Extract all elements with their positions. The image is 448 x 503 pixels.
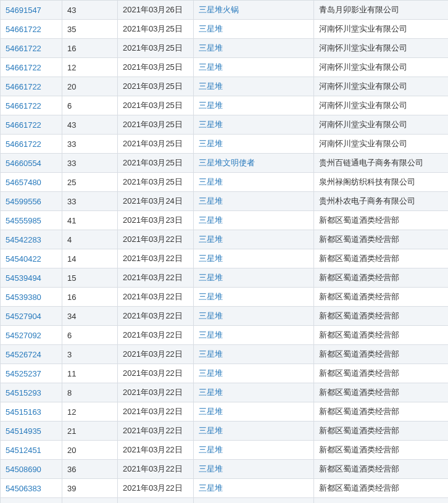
trademark-name-link[interactable]: 三星堆文明使者 [199,158,255,167]
registration-number-link[interactable]: 54661722 [6,44,41,53]
trademark-name-link[interactable]: 三星堆 [199,407,223,416]
trademark-name-link[interactable]: 三星堆火锅 [199,5,239,14]
registration-number-cell: 54508690 [1,460,62,479]
trademark-name-cell: 三星堆火锅 [194,1,314,20]
trademark-name-cell: 三星堆 [194,39,314,58]
registration-number-cell: 54539380 [1,288,62,307]
trademark-name-link[interactable]: 三星堆 [199,368,223,378]
registration-number-link[interactable]: 54555985 [6,216,41,225]
trademark-name-cell: 三星堆 [194,211,314,230]
trademark-name-link[interactable]: 三星堆 [199,483,223,493]
registration-number-link[interactable]: 54512451 [6,446,41,455]
trademark-name-link[interactable]: 三星堆 [199,196,223,206]
trademark-name-link[interactable]: 三星堆 [199,43,223,52]
registration-number-link[interactable]: 54661722 [6,120,41,130]
trademark-name-link[interactable]: 三星堆 [199,330,223,339]
registration-number-link[interactable]: 54515163 [6,407,41,417]
applicant-cell: 河南怀川堂实业有限公司 [314,77,449,96]
trademark-name-link[interactable]: 三星堆 [199,177,223,186]
trademark-name-link[interactable]: 三星堆 [199,273,223,282]
date-cell: 2021年03月25日 [118,96,194,115]
registration-number-cell: 54514935 [1,422,62,441]
trademark-name-link[interactable]: 三星堆 [199,62,223,72]
registration-number-cell: 54540422 [1,249,62,268]
applicant-cell: 新都区蜀道酒类经营部 [314,230,449,249]
class-cell: 39 [62,479,118,498]
registration-number-link[interactable]: 54525237 [6,369,41,378]
class-cell: 6 [62,326,118,345]
trademark-name-link[interactable]: 三星堆 [199,215,223,225]
table-row: 54661722332021年03月25日三星堆河南怀川堂实业有限公司 [1,135,449,154]
date-cell: 2021年03月22日 [118,307,194,326]
table-row: 54525237112021年03月22日三星堆新都区蜀道酒类经营部 [1,364,449,383]
registration-number-link[interactable]: 54661722 [6,101,41,110]
class-cell: 33 [62,192,118,211]
registration-number-link[interactable]: 54599556 [6,197,41,206]
trademark-name-link[interactable]: 三星堆 [199,139,223,148]
registration-number-cell: 54661722 [1,96,62,115]
registration-number-cell: 54542283 [1,230,62,249]
trademark-name-link[interactable]: 三星堆 [199,349,223,359]
trademark-name-link[interactable]: 三星堆 [199,311,223,320]
registration-number-link[interactable]: 54526724 [6,350,41,359]
registration-number-link[interactable]: 54514935 [6,426,41,436]
registration-number-link[interactable]: 54661722 [6,63,41,72]
date-cell: 2021年03月22日 [118,230,194,249]
registration-number-cell: 54515293 [1,383,62,402]
registration-number-link[interactable]: 54657480 [6,178,41,187]
trademark-name-link[interactable]: 三星堆 [199,24,223,33]
registration-number-link[interactable]: 54506383 [6,484,41,493]
table-row: 54661722352021年03月25日三星堆河南怀川堂实业有限公司 [1,20,449,39]
registration-number-link[interactable]: 54515293 [6,388,41,397]
trademark-name-link[interactable]: 三星堆 [199,388,223,397]
registration-number-link[interactable]: 54661722 [6,139,41,149]
trademark-name-link[interactable]: 三星堆 [199,235,223,244]
trademark-name-link[interactable]: 三星堆 [199,445,223,454]
trademark-name-link[interactable]: 三星堆 [199,426,223,435]
table-row: 54555985412021年03月23日三星堆新都区蜀道酒类经营部 [1,211,449,230]
trademark-name-link[interactable]: 三星堆 [199,292,223,301]
registration-number-link[interactable]: 54660554 [6,159,41,168]
class-cell: 43 [62,1,118,20]
date-cell: 2021年03月25日 [118,77,194,96]
table-row: 5452672432021年03月22日三星堆新都区蜀道酒类经营部 [1,345,449,364]
registration-number-link[interactable]: 54661722 [6,25,41,34]
registration-number-link[interactable]: 54661722 [6,82,41,91]
registration-number-link[interactable]: 54542283 [6,235,41,244]
trademark-name-link[interactable]: 三星堆 [199,120,223,129]
trademark-name-cell: 三星堆 [194,173,314,192]
applicant-cell: 河南怀川堂实业有限公司 [314,20,449,39]
trademark-name-link[interactable]: 三星堆 [199,101,223,110]
registration-number-cell: 54599556 [1,192,62,211]
registration-number-link[interactable]: 54527092 [6,331,41,340]
registration-number-link[interactable]: 54539494 [6,273,41,283]
trademark-name-cell: 三星堆 [194,230,314,249]
registration-number-cell: 54661722 [1,77,62,96]
trademark-name-link[interactable]: 三星堆 [199,464,223,473]
table-row: 54661722162021年03月25日三星堆河南怀川堂实业有限公司 [1,39,449,58]
registration-number-link[interactable]: 54539380 [6,293,41,302]
date-cell: 2021年03月22日 [118,326,194,345]
trademark-name-cell: 三星堆 [194,383,314,402]
table-row: 54514935212021年03月22日三星堆新都区蜀道酒类经营部 [1,422,449,441]
class-cell: 43 [62,115,118,135]
class-cell: 16 [62,288,118,307]
class-cell: 36 [62,460,118,479]
registration-number-link[interactable]: 54527904 [6,312,41,321]
class-cell: 19 [62,498,118,504]
applicant-cell: 新都区蜀道酒类经营部 [314,249,449,268]
applicant-cell: 贵州百链通电子商务有限公司 [314,154,449,173]
trademark-name-link[interactable]: 三星堆 [199,254,223,263]
registration-number-link[interactable]: 54508690 [6,465,41,474]
table-row: 54661722202021年03月25日三星堆河南怀川堂实业有限公司 [1,77,449,96]
registration-number-cell: 54661722 [1,58,62,77]
registration-number-link[interactable]: 54540422 [6,254,41,264]
registration-number-cell: 54506383 [1,479,62,498]
trademark-name-cell: 三星堆 [194,115,314,135]
trademark-name-cell: 三星堆 [194,307,314,326]
trademark-name-cell: 三星堆 [194,441,314,460]
registration-number-link[interactable]: 54691547 [6,6,41,15]
trademark-name-link[interactable]: 三星堆 [199,81,223,91]
registration-number-cell: 54661722 [1,115,62,135]
table-row: 54508690362021年03月22日三星堆新都区蜀道酒类经营部 [1,460,449,479]
